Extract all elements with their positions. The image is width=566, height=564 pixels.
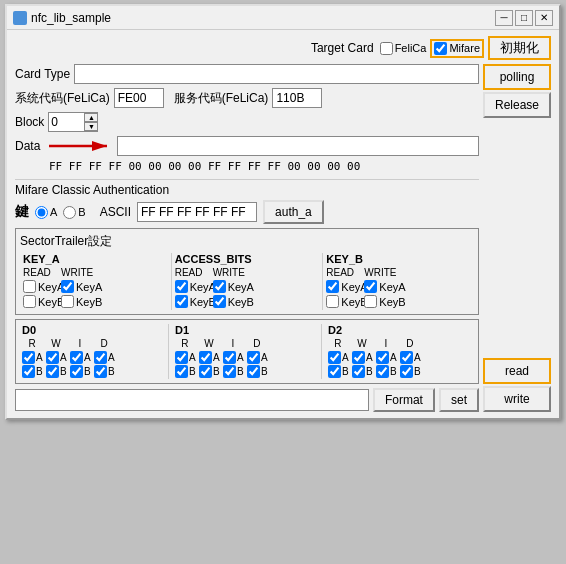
d1-headers: R W I D [175,338,319,349]
minimize-button[interactable]: ─ [495,10,513,26]
mifare-checkbox[interactable] [434,42,447,55]
block-row: Block ▲ ▼ [15,112,479,132]
d2-i-b[interactable]: B [376,365,396,378]
format-button[interactable]: Format [373,388,435,412]
d0-r-a[interactable]: A [22,351,42,364]
block-label: Block [15,115,44,129]
d2-w-b[interactable]: B [352,365,372,378]
d1-r-b[interactable]: B [175,365,195,378]
ab-keyb-row: KeyB KeyB [175,295,320,308]
auth-row: 鍵 A B ASCII auth_a [15,200,479,224]
key-b-read-header: READ [326,267,362,278]
read-button[interactable]: read [483,358,551,384]
ab-write-keya[interactable]: KeyA [213,280,249,293]
key-label: 鍵 [15,203,29,221]
d0-a-row: A A A A [22,351,166,364]
mifare-checkbox-label[interactable]: Mifare [432,41,482,56]
radio-a[interactable] [35,206,48,219]
ascii-label: ASCII [100,205,131,219]
d1-r-a[interactable]: A [175,351,195,364]
d0-i-a[interactable]: A [70,351,90,364]
key-a-write-keya[interactable]: KeyA [61,280,97,293]
close-button[interactable]: ✕ [535,10,553,26]
d1-d-b[interactable]: B [247,365,267,378]
key-a-read-keyb[interactable]: KeyB [23,295,59,308]
ab-read-header: READ [175,267,211,278]
felica-codes-row: 系统代码(FeLiCa) 服务代码(FeLiCa) [15,88,479,108]
data-input[interactable] [117,136,479,156]
d0-d-a[interactable]: A [94,351,114,364]
maximize-button[interactable]: □ [515,10,533,26]
block-value-input[interactable] [49,113,84,131]
key-b-read-keya[interactable]: KeyA [326,280,362,293]
card-type-input[interactable] [74,64,479,84]
d1-i-a[interactable]: A [223,351,243,364]
d1-title: D1 [175,324,319,336]
hex-display: FF FF FF FF 00 00 00 00 FF FF FF FF 00 0… [45,158,479,175]
felica-checkbox-label[interactable]: FeliCa [380,42,427,55]
felica-checkbox[interactable] [380,42,393,55]
d1-w-b[interactable]: B [199,365,219,378]
set-button[interactable]: set [439,388,479,412]
spinner-arrows: ▲ ▼ [84,113,98,131]
service-code-input[interactable] [272,88,322,108]
auth-hex-input[interactable] [137,202,257,222]
radio-b[interactable] [63,206,76,219]
d0-i-b[interactable]: B [70,365,90,378]
system-code-input[interactable] [114,88,164,108]
key-a-col: KEY_A READ WRITE KeyA [20,253,172,310]
d1-w-a[interactable]: A [199,351,219,364]
d2-r-b[interactable]: B [328,365,348,378]
d0-title: D0 [22,324,166,336]
d2-d-b[interactable]: B [400,365,420,378]
d0-d-b[interactable]: B [94,365,114,378]
key-b-write-header: WRITE [364,267,400,278]
sector-trailer-title: SectorTrailer設定 [20,233,474,250]
radio-b-label[interactable]: B [63,206,85,219]
auth-a-button[interactable]: auth_a [263,200,324,224]
key-b-write-keyb[interactable]: KeyB [364,295,400,308]
init-button[interactable]: 初期化 [488,36,551,60]
ab-read-keyb[interactable]: KeyB [175,295,211,308]
block-spinner[interactable]: ▲ ▼ [48,112,98,132]
d0-w-b[interactable]: B [46,365,66,378]
ab-read-keya[interactable]: KeyA [175,280,211,293]
key-a-header: KEY_A [23,253,168,265]
data-label: Data [15,139,43,153]
release-button[interactable]: Release [483,92,551,118]
d0-r-b[interactable]: B [22,365,42,378]
ab-write-header: WRITE [213,267,249,278]
d2-i-a[interactable]: A [376,351,396,364]
key-a-write-keyb[interactable]: KeyB [61,295,97,308]
key-b-write-keya[interactable]: KeyA [364,280,400,293]
key-b-read-keyb[interactable]: KeyB [326,295,362,308]
d0-col: D0 R W I D A A A A [20,324,169,379]
d1-a-row: A A A A [175,351,319,364]
d2-r-a[interactable]: A [328,351,348,364]
system-code-label: 系统代码(FeLiCa) [15,90,110,107]
d2-d-a[interactable]: A [400,351,420,364]
d1-i-b[interactable]: B [223,365,243,378]
d2-a-row: A A A A [328,351,472,364]
radio-a-label[interactable]: A [35,206,57,219]
access-bits-col: ACCESS_BITS READ WRITE KeyA [172,253,324,310]
spinner-down[interactable]: ▼ [84,122,98,131]
app-icon [13,11,27,25]
service-code-label: 服务代码(FeLiCa) [174,90,269,107]
d2-w-a[interactable]: A [352,351,372,364]
key-a-read-keya[interactable]: KeyA [23,280,59,293]
d1-d-a[interactable]: A [247,351,267,364]
d0-w-a[interactable]: A [46,351,66,364]
d0-w-header: W [46,338,66,349]
key-b-keya-row: KeyA KeyA [326,280,471,293]
d2-headers: R W I D [328,338,472,349]
polling-button[interactable]: polling [483,64,551,90]
d0-d-header: D [94,338,114,349]
spinner-up[interactable]: ▲ [84,113,98,122]
write-button[interactable]: write [483,386,551,412]
ab-write-keyb[interactable]: KeyB [213,295,249,308]
card-type-label: Card Type [15,67,70,81]
bottom-input[interactable] [15,389,369,411]
key-a-read-header: READ [23,267,59,278]
sector-columns: KEY_A READ WRITE KeyA [20,253,474,310]
